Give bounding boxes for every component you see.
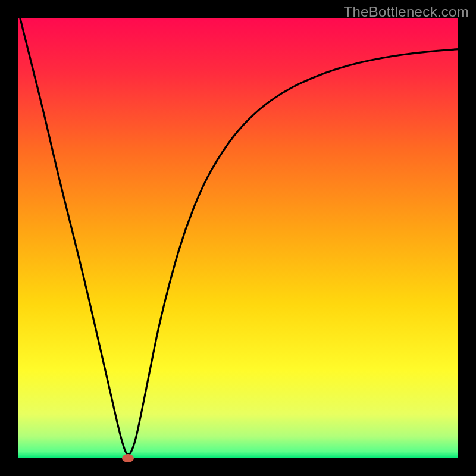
bottleneck-curve	[18, 9, 458, 454]
curve-layer	[18, 18, 458, 458]
plot-area	[18, 18, 458, 458]
minimum-marker	[122, 454, 134, 462]
chart-container: TheBottleneck.com	[0, 0, 476, 476]
